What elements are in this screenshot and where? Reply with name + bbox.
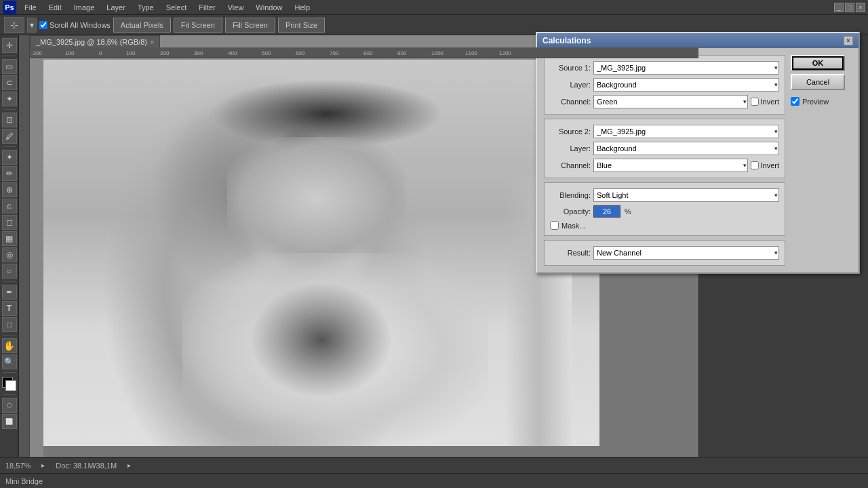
menu-window[interactable]: Window (250, 2, 288, 13)
menu-layer[interactable]: Layer (101, 2, 131, 13)
hand-tool[interactable]: ✋ (2, 338, 17, 353)
text-tool[interactable]: T (2, 301, 17, 316)
menu-filter[interactable]: Filter (193, 2, 220, 13)
source2-layer-row: Layer: Background ▾ (550, 142, 779, 155)
pen-tool[interactable]: ✒ (2, 285, 17, 300)
crop-tool[interactable]: ⊡ (2, 113, 17, 127)
heal-tool[interactable]: ✦ (2, 150, 17, 165)
source2-section: Source 2: _MG_3925.jpg ▾ Layer: Back (544, 119, 785, 178)
toolbar-tool-icon[interactable]: ⊹ (4, 17, 24, 33)
cancel-button[interactable]: Cancel (791, 74, 845, 90)
source1-file-wrapper: _MG_3925.jpg ▾ (593, 61, 779, 75)
source1-file-select[interactable]: _MG_3925.jpg (593, 61, 779, 75)
doc-info: Doc: 38.1M/38,1M (56, 462, 117, 470)
opacity-input[interactable] (593, 205, 620, 218)
document-tab[interactable]: _MG_3925.jpg @ 18,6% (RGB/8) × (30, 35, 160, 47)
mini-bridge-bar: Mini Bridge (0, 473, 868, 488)
menu-select[interactable]: Select (161, 2, 193, 13)
face-area (227, 137, 405, 260)
tool-divider-5 (3, 335, 16, 336)
ok-button[interactable]: OK (791, 55, 845, 71)
preview-label: Preview (791, 97, 852, 106)
menu-type[interactable]: Type (132, 2, 159, 13)
blending-row: Blending: Normal Dissolve Multiply Scree… (550, 188, 779, 202)
source2-invert-label: Invert (751, 161, 779, 169)
photo-content (43, 60, 599, 446)
zoom-level: 18,57% (5, 462, 31, 470)
scroll-all-windows-checkbox[interactable]: Scroll All Windows (39, 21, 111, 29)
source2-layer-select[interactable]: Background (593, 142, 779, 155)
magic-wand-tool[interactable]: ✦ (2, 92, 17, 106)
source1-label: Source 1: (550, 64, 591, 72)
foreground-color[interactable] (2, 377, 17, 392)
mini-bridge-label[interactable]: Mini Bridge (5, 477, 43, 485)
blending-label: Blending: (550, 191, 591, 199)
tool-divider-2 (3, 109, 16, 110)
fit-screen-button[interactable]: Fit Screen (174, 18, 222, 33)
tools-panel: ✛ ▭ ⊂ ✦ ⊡ 🖉 ✦ ✏ ⊕ ⎌ ◻ ▦ ◎ ○ ✒ T □ ✋ 🔍 ⬡ … (0, 35, 19, 457)
source1-channel-select[interactable]: Red Green Blue Gray (593, 95, 748, 108)
result-row: Result: New Channel New Document Selecti… (550, 246, 779, 260)
result-select[interactable]: New Channel New Document Selection (593, 246, 779, 260)
move-tool[interactable]: ✛ (2, 38, 17, 53)
calculations-dialog: Calculations × Source 1: _MG_3925.jpg ▾ (536, 32, 860, 274)
close-button[interactable]: × (856, 3, 865, 12)
source2-layer-label: Layer: (550, 144, 591, 152)
lasso-tool[interactable]: ⊂ (2, 75, 17, 90)
menu-help[interactable]: Help (289, 2, 315, 13)
menu-edit[interactable]: Edit (43, 2, 67, 13)
source1-layer-select[interactable]: Background (593, 78, 779, 92)
source1-invert-checkbox[interactable] (751, 98, 759, 106)
clone-tool[interactable]: ⊕ (2, 182, 17, 197)
scroll-all-windows-input[interactable] (39, 21, 47, 29)
ruler-left (19, 35, 30, 457)
opacity-unit: % (625, 207, 631, 216)
fill-screen-button[interactable]: Fill Screen (225, 18, 275, 33)
source2-channel-select[interactable]: Red Green Blue Gray (593, 159, 748, 172)
source1-layer-wrapper: Background ▾ (593, 78, 779, 92)
shape-tool[interactable]: □ (2, 317, 17, 332)
blending-wrapper: Normal Dissolve Multiply Screen Overlay … (593, 188, 779, 202)
source1-section: Source 1: _MG_3925.jpg ▾ Layer: Back (544, 55, 785, 115)
photo-canvas (43, 60, 599, 446)
menu-bar: Ps File Edit Image Layer Type Select Fil… (0, 0, 868, 15)
window-controls: _ □ × (834, 3, 865, 12)
brush-tool[interactable]: ✏ (2, 166, 17, 181)
screen-mode-tool[interactable]: ⬜ (2, 414, 17, 429)
actual-pixels-button[interactable]: Actual Pixels (113, 18, 171, 33)
marquee-tool[interactable]: ▭ (2, 59, 17, 74)
menu-view[interactable]: View (222, 2, 250, 13)
maximize-button[interactable]: □ (845, 3, 854, 12)
zoom-icon: ▸ (41, 462, 45, 469)
mask-label[interactable]: Mask... (561, 222, 585, 230)
eyedropper-tool[interactable]: 🖉 (2, 129, 17, 144)
dialog-close-button[interactable]: × (844, 36, 853, 45)
tab-close-icon[interactable]: × (150, 38, 154, 46)
mask-checkbox[interactable] (550, 221, 559, 230)
ruler-top: -200 100 0 100 200 300 400 500 600 700 8… (30, 47, 698, 58)
preview-checkbox[interactable] (791, 97, 800, 106)
opacity-row: Opacity: % (550, 205, 779, 218)
eraser-tool[interactable]: ◻ (2, 215, 17, 230)
source1-file-row: Source 1: _MG_3925.jpg ▾ (550, 61, 779, 75)
dodge-tool[interactable]: ○ (2, 264, 17, 279)
quick-mask-tool[interactable]: ⬡ (2, 398, 17, 413)
zoom-tool[interactable]: 🔍 (2, 354, 17, 369)
toolbar-dropdown-arrow[interactable]: ▾ (27, 18, 37, 33)
gradient-tool[interactable]: ▦ (2, 231, 17, 246)
tool-divider-7 (3, 394, 16, 395)
mask-row: Mask... (550, 221, 779, 230)
dialog-title-bar[interactable]: Calculations × (537, 33, 859, 48)
document-title: _MG_3925.jpg @ 18,6% (RGB/8) (36, 38, 147, 46)
blending-select[interactable]: Normal Dissolve Multiply Screen Overlay … (593, 188, 779, 202)
history-tool[interactable]: ⎌ (2, 199, 17, 214)
opacity-label: Opacity: (550, 207, 591, 216)
menu-image[interactable]: Image (68, 2, 100, 13)
source2-file-select[interactable]: _MG_3925.jpg (593, 125, 779, 138)
minimize-button[interactable]: _ (834, 3, 844, 12)
blur-tool[interactable]: ◎ (2, 247, 17, 262)
print-size-button[interactable]: Print Size (278, 18, 325, 33)
scroll-all-windows-label: Scroll All Windows (50, 21, 111, 29)
source2-invert-checkbox[interactable] (751, 161, 759, 169)
menu-file[interactable]: File (19, 2, 42, 13)
